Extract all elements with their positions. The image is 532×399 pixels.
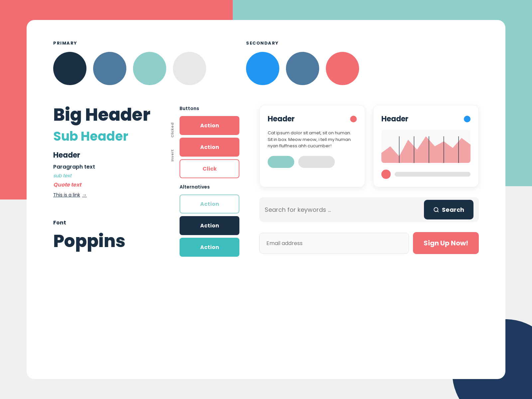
sub-header: Sub Header <box>53 127 160 146</box>
big-header: Big Header <box>53 105 160 124</box>
cards-row: Header Cat ipsum dolor sit amet, sit on … <box>259 105 479 187</box>
font-label: Font <box>53 218 160 227</box>
palette-section: PRIMARY SECONDARY <box>53 40 479 85</box>
email-input[interactable] <box>259 233 409 254</box>
alternatives-label: Alternatives <box>180 184 239 191</box>
paragraph-text: Paragraph text <box>53 163 160 171</box>
link-text[interactable]: This is a link → <box>53 192 160 199</box>
sub-text: sub text <box>53 172 160 179</box>
typography-section: Big Header Sub Header Header Paragraph t… <box>53 105 160 254</box>
card-dot-blue <box>464 116 470 122</box>
search-button[interactable]: Search <box>424 200 473 219</box>
action-button-2[interactable]: Action <box>180 138 239 157</box>
card-title-2: Header <box>381 113 408 124</box>
bottom-section: Big Header Sub Header Header Paragraph t… <box>53 105 479 257</box>
card-body-text: Cat ipsum dolor sit amet, sit on human. … <box>268 130 357 149</box>
svg-point-5 <box>434 207 438 211</box>
card-header-2: Header <box>381 113 470 124</box>
action-button-1[interactable]: Action <box>180 116 239 135</box>
secondary-color-3 <box>326 52 359 85</box>
buttons-section: Buttons Clicked Invert Action Action Cli… <box>180 105 239 257</box>
quote-text: Quote text <box>53 181 160 189</box>
search-input[interactable] <box>265 205 420 214</box>
card-header-1: Header <box>268 113 357 124</box>
indicator-bar <box>395 172 470 177</box>
main-card: PRIMARY SECONDARY Big Header Sub Header … <box>27 20 505 379</box>
secondary-color-circles <box>246 52 359 85</box>
alt-button-2[interactable]: Action <box>180 216 239 235</box>
primary-palette: PRIMARY <box>53 40 206 85</box>
card-dot-coral <box>350 116 357 122</box>
card-buttons-1 <box>268 156 357 168</box>
chart-svg <box>381 130 470 163</box>
secondary-palette: SECONDARY <box>246 40 359 85</box>
card-indicators <box>381 170 470 179</box>
secondary-color-2 <box>286 52 319 85</box>
alternatives-group: Action Action Action <box>180 195 239 257</box>
cards-section: Header Cat ipsum dolor sit amet, sit on … <box>259 105 479 254</box>
primary-color-circles <box>53 52 206 85</box>
card-text: Header Cat ipsum dolor sit amet, sit on … <box>259 105 365 187</box>
primary-label: PRIMARY <box>53 40 206 47</box>
clicked-label: Clicked <box>170 123 175 138</box>
arrow-icon: → <box>82 192 87 199</box>
card-action-btn-1[interactable] <box>268 156 294 168</box>
indicator-dot-coral <box>381 170 391 179</box>
card-chart: Header <box>373 105 479 187</box>
secondary-color-1 <box>246 52 279 85</box>
search-section: Search <box>259 197 479 222</box>
header-text: Header <box>53 150 160 161</box>
signup-button[interactable]: Sign Up Now! <box>413 232 479 254</box>
primary-color-4 <box>173 52 206 85</box>
primary-color-3 <box>133 52 166 85</box>
card-title-1: Header <box>268 113 295 124</box>
primary-color-2 <box>93 52 126 85</box>
font-name: Poppins <box>53 228 160 254</box>
alt-button-1[interactable]: Action <box>180 195 239 213</box>
buttons-group: Clicked Invert Action Action Click <box>180 116 239 178</box>
svg-line-6 <box>437 211 438 212</box>
click-button[interactable]: Click <box>180 159 239 178</box>
invert-label: Invert <box>170 149 175 162</box>
secondary-label: SECONDARY <box>246 40 359 47</box>
font-section: Font Poppins <box>53 218 160 254</box>
alt-button-3[interactable]: Action <box>180 238 239 257</box>
chart-container <box>381 130 470 163</box>
email-section: Sign Up Now! <box>259 232 479 254</box>
card-action-btn-2[interactable] <box>298 156 335 168</box>
search-icon <box>433 207 439 213</box>
primary-color-1 <box>53 52 86 85</box>
buttons-label: Buttons <box>180 105 239 112</box>
